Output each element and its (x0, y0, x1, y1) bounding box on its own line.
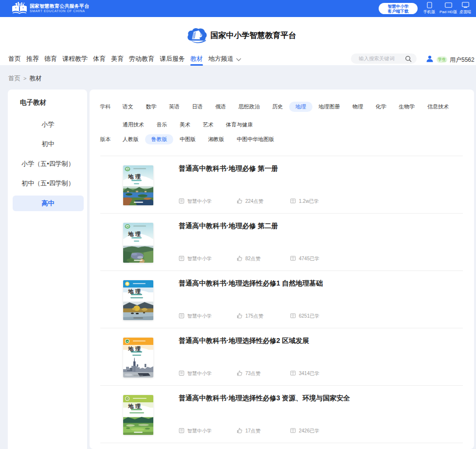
svg-text:地理: 地理 (128, 174, 143, 180)
svg-text:地理: 地理 (128, 231, 143, 237)
svg-text:地理: 地理 (128, 403, 143, 409)
svg-text:地理: 地理 (128, 288, 143, 294)
svg-text:地理: 地理 (128, 346, 143, 352)
